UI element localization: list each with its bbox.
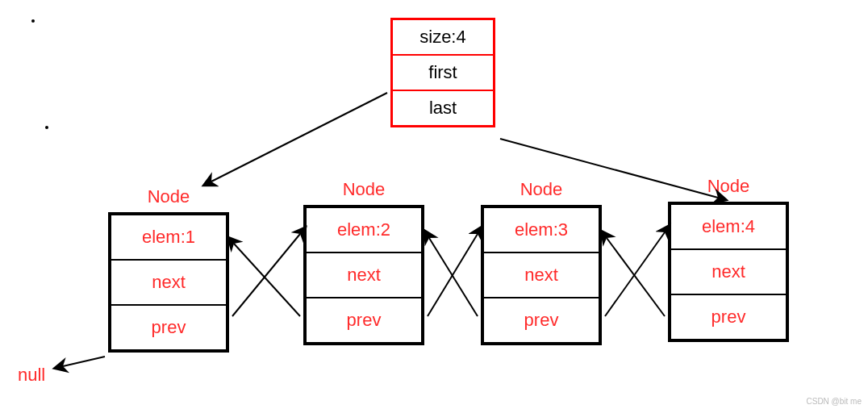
elem-cell: elem:4 (670, 204, 787, 249)
elem-cell: elem:1 (111, 215, 227, 260)
decorative-dot (45, 126, 48, 129)
watermark: CSDN @bit me (807, 397, 862, 406)
svg-line-5 (428, 234, 478, 316)
node-title: Node (303, 179, 424, 200)
svg-line-2 (63, 357, 105, 366)
node-title: Node (668, 176, 789, 197)
prev-cell: prev (483, 298, 599, 343)
node-2: Node elem:2 next prev (303, 179, 424, 345)
prev-cell: prev (111, 305, 227, 350)
list-header-box: size:4 first last (390, 18, 495, 127)
decorative-dot (31, 19, 35, 23)
node-1: Node elem:1 next prev (108, 186, 229, 353)
null-label: null (18, 365, 45, 386)
elem-cell: elem:3 (483, 207, 599, 252)
svg-line-8 (607, 238, 665, 316)
svg-line-6 (429, 238, 478, 316)
node-title: Node (108, 186, 229, 207)
svg-line-4 (234, 244, 300, 316)
node-box: elem:1 next prev (108, 212, 229, 353)
next-cell: next (483, 252, 599, 298)
node-3: Node elem:3 next prev (481, 179, 602, 345)
next-cell: next (111, 260, 227, 305)
elem-cell: elem:2 (306, 207, 422, 252)
prev-cell: prev (670, 294, 787, 340)
size-cell: size:4 (392, 19, 494, 55)
node-4: Node elem:4 next prev (668, 176, 789, 342)
node-box: elem:4 next prev (668, 202, 789, 342)
svg-line-0 (211, 93, 387, 182)
node-box: elem:3 next prev (481, 205, 602, 345)
last-cell: last (392, 90, 494, 126)
node-title: Node (481, 179, 602, 200)
first-cell: first (392, 55, 494, 90)
prev-cell: prev (306, 298, 422, 343)
svg-line-3 (232, 234, 300, 316)
node-box: elem:2 next prev (303, 205, 424, 345)
next-cell: next (670, 249, 787, 294)
next-cell: next (306, 252, 422, 298)
svg-line-7 (605, 232, 665, 316)
